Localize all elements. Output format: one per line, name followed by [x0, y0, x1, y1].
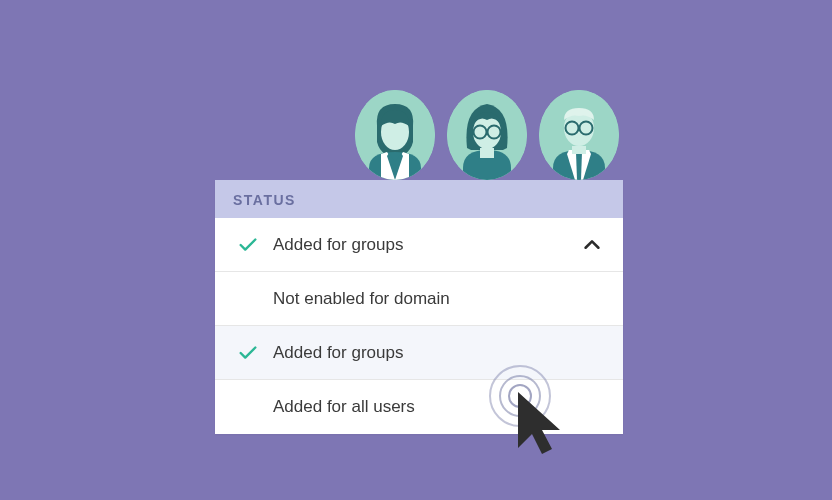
status-option-label: Added for groups	[273, 343, 603, 363]
status-option-added-groups[interactable]: Added for groups	[215, 326, 623, 380]
status-header: STATUS	[215, 180, 623, 218]
chevron-up-icon	[581, 234, 603, 256]
status-option-label: Not enabled for domain	[273, 289, 603, 309]
status-option-not-enabled[interactable]: Not enabled for domain	[215, 272, 623, 326]
user-avatar-2	[447, 90, 527, 180]
svg-rect-13	[572, 146, 586, 154]
user-avatar-1	[355, 90, 435, 180]
check-icon	[237, 234, 259, 256]
svg-rect-7	[480, 148, 494, 158]
status-option-label: Added for all users	[273, 397, 603, 417]
user-avatar-3	[539, 90, 619, 180]
user-avatars	[355, 90, 619, 180]
status-panel: STATUS Added for groups Not enabled for …	[215, 180, 623, 434]
status-option-added-all[interactable]: Added for all users	[215, 380, 623, 434]
status-selected-row[interactable]: Added for groups	[215, 218, 623, 272]
check-icon	[237, 342, 259, 364]
status-selected-label: Added for groups	[273, 235, 581, 255]
